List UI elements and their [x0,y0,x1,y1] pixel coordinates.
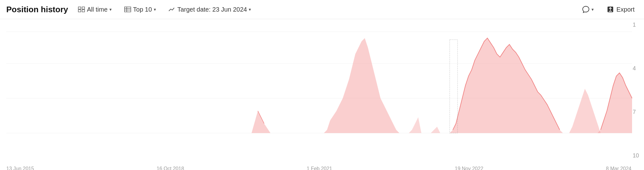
svg-rect-22 [450,40,458,133]
comment-icon [582,6,590,13]
x-label-2018: 16 Oct 2018 [157,166,184,170]
export-button[interactable]: Export [604,5,638,14]
y-label-4: 4 [633,65,639,72]
alltime-label: All time [87,6,108,13]
x-axis-labels: 13 Jun 2015 16 Oct 2018 1 Feb 2021 19 No… [6,166,631,170]
main-container: Position history All time ▾ Top 10 ▾ [0,0,644,170]
targetdate-chevron: ▾ [249,7,251,12]
svg-marker-20 [569,89,601,133]
comment-dropdown[interactable]: ▾ [580,4,596,14]
svg-marker-15 [252,111,270,133]
svg-marker-19 [450,38,563,133]
svg-rect-4 [125,7,131,12]
top10-dropdown[interactable]: Top 10 ▾ [122,5,158,14]
chart-svg [0,22,644,162]
toolbar: Position history All time ▾ Top 10 ▾ [0,0,644,19]
svg-marker-16 [321,38,399,133]
svg-marker-17 [409,117,421,133]
svg-rect-2 [78,10,81,12]
x-label-2021: 1 Feb 2021 [307,166,332,170]
alltime-chevron: ▾ [109,7,112,12]
export-label: Export [616,6,635,13]
svg-marker-18 [431,127,440,133]
alltime-dropdown[interactable]: All time ▾ [75,5,114,14]
y-axis-labels: 1 4 7 10 [633,19,639,162]
targetdate-dropdown[interactable]: Target date: 23 Jun 2024 ▾ [166,5,253,14]
page-title: Position history [6,5,68,14]
chart-area: 1 4 7 10 13 Jun 2015 16 Oct 2018 1 Feb 2… [0,19,644,170]
export-icon [607,6,614,13]
y-label-7: 7 [633,109,639,115]
grid-icon [78,7,85,12]
svg-rect-0 [78,7,81,9]
top10-chevron: ▾ [154,7,156,12]
svg-rect-1 [82,7,85,9]
x-label-2015: 13 Jun 2015 [6,166,34,170]
y-label-1: 1 [633,22,639,28]
table-icon [124,7,131,12]
trend-icon [169,7,175,12]
svg-rect-3 [82,10,85,12]
top10-label: Top 10 [133,6,152,13]
x-label-2024: 8 Mar 2024 [606,166,631,170]
x-label-2022: 19 Nov 2022 [455,166,483,170]
y-label-10: 10 [633,152,639,159]
comment-chevron: ▾ [591,7,594,12]
targetdate-label: Target date: 23 Jun 2024 [177,6,247,13]
